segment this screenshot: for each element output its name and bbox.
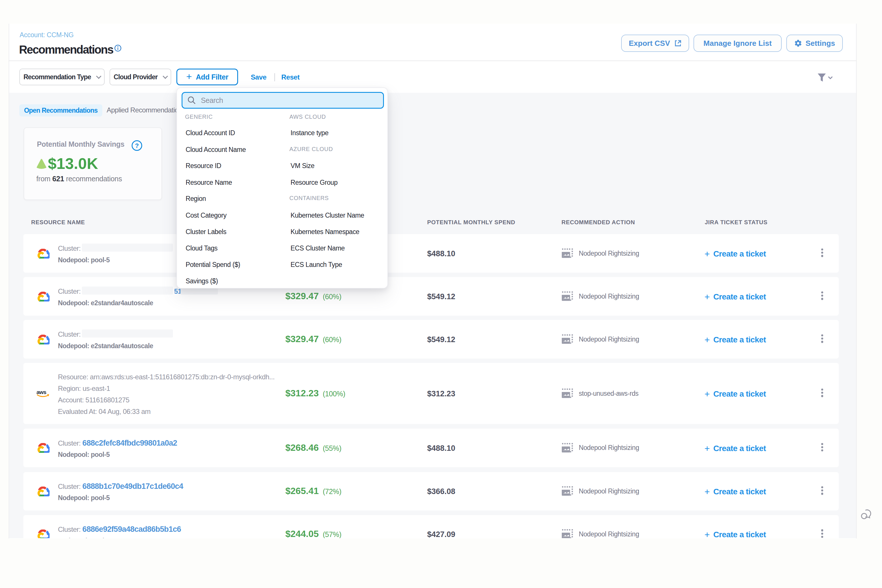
- svg-text:aws: aws: [36, 389, 46, 395]
- svg-text:?: ?: [135, 142, 139, 149]
